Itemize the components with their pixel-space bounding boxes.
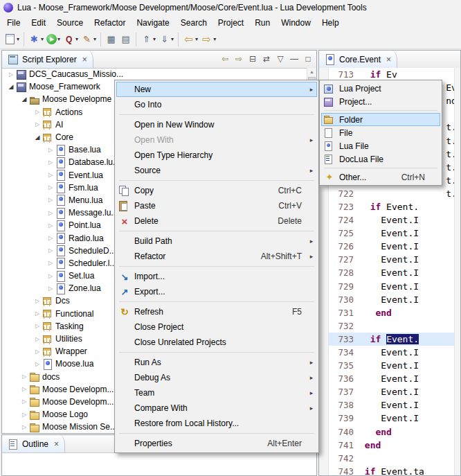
menubar-item-source[interactable]: Source [51,17,89,29]
expand-arrow-icon[interactable]: ▷ [19,373,29,380]
context-menu-item-copy[interactable]: CopyCtrl+C [116,183,317,198]
code-line[interactable]: 736Event.I [329,372,455,385]
minimize-icon[interactable]: — [288,53,300,65]
line-number[interactable]: 730 [329,294,359,305]
code-line[interactable]: 734Event.I [329,346,455,359]
new-submenu-item-lua-project[interactable]: Lua Project [321,82,440,95]
expand-arrow-icon[interactable]: ▷ [33,336,42,342]
line-number[interactable]: 722 [329,188,359,199]
code-line[interactable]: 733if Event. [329,333,455,346]
context-menu-item-close-unrelated-projects[interactable]: Close Unrelated Projects [116,335,317,350]
context-menu-item-import[interactable]: Import... [116,269,317,284]
dropdown-caret-icon[interactable]: ▾ [171,36,174,42]
code-line[interactable]: 731end [329,306,455,319]
new-submenu-item-doclua-file[interactable]: DocLua File [321,152,440,166]
expand-arrow-icon[interactable]: ▷ [33,310,42,317]
code-line[interactable]: 730Event.I [329,293,455,306]
new-submenu-item-project[interactable]: Project... [321,95,440,108]
line-number[interactable]: 739 [329,413,359,423]
tab-outline[interactable]: Outline × [2,435,65,452]
new-button[interactable]: ▾ [3,32,21,47]
dropdown-caret-icon[interactable]: ▾ [93,36,96,42]
line-number[interactable]: 713 [329,69,359,80]
collapse-arrow-icon[interactable]: ◢ [19,96,29,103]
expand-arrow-icon[interactable]: ▷ [46,247,55,254]
code-line[interactable]: 728Event.I [329,266,455,279]
dropdown-caret-icon[interactable]: ▾ [57,36,60,42]
line-number[interactable]: 734 [329,347,359,358]
expand-arrow-icon[interactable]: ▷ [46,285,55,292]
line-number[interactable]: 736 [329,373,359,384]
line-number[interactable]: 725 [329,228,359,238]
expand-arrow-icon[interactable]: ▷ [46,222,55,229]
dropdown-caret-icon[interactable]: ▾ [195,36,198,42]
dropdown-caret-icon[interactable]: ▾ [17,36,19,42]
close-icon[interactable]: × [82,55,87,64]
line-number[interactable]: 733 [329,334,359,344]
maximize-icon[interactable]: □ [302,53,314,65]
line-number[interactable]: 737 [329,387,359,397]
grid-view-button[interactable] [104,32,118,47]
context-menu-item-paste[interactable]: PasteCtrl+V [116,198,317,213]
context-menu-item-build-path[interactable]: Build Path▸ [116,233,317,249]
line-number[interactable]: 732 [329,321,359,331]
context-menu-item-refresh[interactable]: RefreshF5 [116,304,317,319]
code-line[interactable]: 737Event.I [329,385,455,398]
code-line[interactable]: 729Event.I [329,280,455,293]
menubar-item-refactor[interactable]: Refactor [89,17,131,29]
new-submenu-item-folder[interactable]: Folder [321,113,440,126]
context-menu-item-properties[interactable]: PropertiesAlt+Enter [116,436,317,451]
context-menu-item-run-as[interactable]: Run As▸ [116,355,317,370]
expand-arrow-icon[interactable]: ▷ [33,109,42,115]
line-number[interactable]: 727 [329,254,359,265]
view-menu-icon[interactable]: ▽ [274,53,287,65]
expand-arrow-icon[interactable]: ▷ [46,197,55,203]
context-menu-item-close-project[interactable]: Close Project [116,319,317,335]
context-menu-item-debug-as[interactable]: Debug As▸ [116,370,317,385]
menubar-item-search[interactable]: Search [175,17,213,29]
context-menu-item-restore-from-local-history[interactable]: Restore from Local History... [116,416,317,431]
new-submenu-item-file[interactable]: File [321,126,440,139]
back-icon[interactable]: ⇦ [219,53,231,65]
expand-arrow-icon[interactable]: ▷ [19,412,29,418]
collapse-all-icon[interactable]: ⊟ [246,53,259,65]
menubar-item-navigate[interactable]: Navigate [131,17,174,29]
code-line[interactable]: 735Event.I [329,359,455,372]
line-number[interactable]: 728 [329,267,359,278]
expand-arrow-icon[interactable]: ▷ [46,147,55,153]
scroll-up-icon[interactable]: ▲ [307,68,316,76]
expand-arrow-icon[interactable]: ▷ [46,159,55,166]
expand-arrow-icon[interactable]: ▷ [46,184,55,191]
code-line[interactable]: 724Event.I [329,213,455,227]
expand-arrow-icon[interactable]: ▷ [19,424,29,430]
run-button[interactable]: ▾ [45,32,62,47]
expand-arrow-icon[interactable]: ▷ [19,398,29,405]
previous-annotation-button[interactable]: ▾ [139,32,157,47]
context-menu-item-source[interactable]: Source▸ [116,163,317,178]
context-menu-item-team[interactable]: Team▸ [116,385,317,400]
expand-arrow-icon[interactable]: ▷ [46,273,55,279]
line-number[interactable]: 738 [329,400,359,410]
menubar-item-help[interactable]: Help [316,17,345,29]
expand-arrow-icon[interactable]: ▷ [33,121,42,127]
context-menu-item-open-in-new-window[interactable]: Open in New Window [116,117,317,132]
back-button[interactable]: ▾ [181,32,199,47]
context-menu-item-open-with[interactable]: Open With▸ [116,132,317,148]
dropdown-caret-icon[interactable]: ▾ [75,36,78,42]
context-menu-item-export[interactable]: Export... [116,284,317,299]
code-line[interactable]: 740end [329,425,455,439]
code-line[interactable]: 722t.I [329,187,455,200]
code-line[interactable]: 726Event.I [329,240,455,253]
expand-arrow-icon[interactable]: ▷ [33,361,42,367]
wizard-button[interactable]: ▾ [27,32,45,47]
expand-arrow-icon[interactable]: ▷ [33,323,42,329]
new-submenu-item-lua-file[interactable]: Lua File [321,139,440,152]
code-line[interactable]: 738Event.I [329,398,455,412]
code-line[interactable]: 739Event.I [329,412,455,425]
expand-arrow-icon[interactable]: ▷ [6,71,16,78]
line-number[interactable]: 723 [329,202,359,212]
menubar-item-file[interactable]: File [1,17,26,29]
context-menu-item-open-type-hierarchy[interactable]: Open Type Hierarchy [116,148,317,163]
context-menu-item-new[interactable]: New▸ [116,82,317,97]
dropdown-caret-icon[interactable]: ▾ [41,36,44,42]
